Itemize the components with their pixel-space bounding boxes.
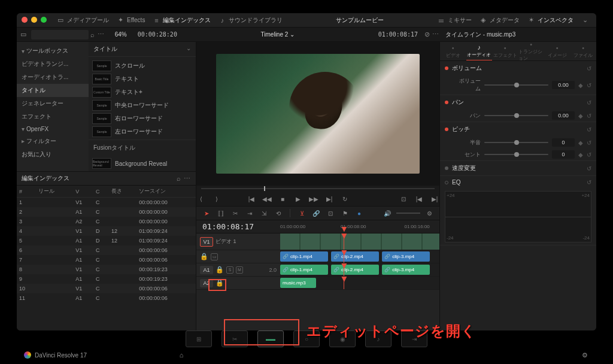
snap-icon[interactable]: ⊻ bbox=[296, 208, 307, 219]
bypass-icon[interactable]: ⊘ bbox=[423, 31, 431, 39]
effects-button[interactable]: ✦Effects bbox=[113, 16, 148, 25]
sidebar-toggle-icon[interactable]: ▭ bbox=[19, 31, 28, 39]
audio-clip[interactable]: 🔗clip-3.mp4 bbox=[382, 265, 430, 275]
project-settings-icon[interactable]: ⚙ bbox=[581, 351, 589, 359]
titles-header[interactable]: タイトル⌄ bbox=[89, 42, 196, 57]
more-icon[interactable]: ⋯ bbox=[431, 31, 439, 39]
timeline-selector[interactable]: Timeline 2 ⌄ bbox=[256, 31, 300, 38]
audio-clip[interactable]: 🔗clip-1.mp4 bbox=[280, 265, 328, 275]
soundlib-button[interactable]: ♪サウンドライブラリ bbox=[214, 16, 286, 25]
toolbox-item[interactable]: タイトル bbox=[17, 84, 89, 97]
track-a2-label[interactable]: A2 bbox=[200, 279, 213, 287]
index-row[interactable]: 9A1C00:00:19:23 bbox=[17, 274, 196, 284]
video-clip[interactable]: 🔗clip-3.mp4 bbox=[382, 251, 430, 262]
marker-icon[interactable]: ● bbox=[354, 208, 365, 219]
title-item[interactable]: Basic Titleテキスト bbox=[91, 72, 193, 86]
insert-icon[interactable]: ⇥ bbox=[244, 208, 255, 219]
viewer-zoom[interactable]: 64% bbox=[109, 31, 133, 38]
search-icon[interactable]: ⌕ bbox=[174, 174, 183, 183]
link-icon[interactable]: 🔗 bbox=[311, 208, 321, 219]
index-col[interactable]: # bbox=[17, 186, 36, 198]
mark-out-icon[interactable]: ⟩ bbox=[213, 195, 221, 203]
semitone-slider[interactable] bbox=[484, 142, 548, 143]
trim-tool-icon[interactable]: ⟦⟧ bbox=[216, 208, 226, 219]
video-clip[interactable]: 🔗clip-2.mp4 bbox=[331, 251, 379, 262]
last-frame-icon[interactable]: ▶| bbox=[325, 195, 333, 203]
overwrite-icon[interactable]: ⇲ bbox=[259, 208, 269, 219]
metadata-button[interactable]: ◈メタデータ bbox=[475, 16, 523, 25]
fusion-title-item[interactable]: Background Reveal Background Reveal bbox=[89, 156, 196, 171]
music-clip[interactable]: music.mp3 bbox=[280, 278, 316, 288]
toolbox-header[interactable]: ツールボックス bbox=[17, 44, 89, 57]
title-item[interactable]: Sample右ローワーサード bbox=[91, 112, 193, 125]
filters-item[interactable]: フィルター bbox=[17, 135, 89, 148]
index-row[interactable]: 8V1C00:00:19:23 bbox=[17, 265, 196, 274]
index-col[interactable]: ソースイン bbox=[136, 186, 196, 198]
inspector-tab[interactable]: •エフェクト bbox=[492, 42, 518, 60]
close-dot[interactable] bbox=[22, 17, 28, 23]
lock-icon[interactable]: ⊡ bbox=[325, 208, 336, 219]
play-icon[interactable]: ▶ bbox=[294, 195, 302, 203]
index-col[interactable]: リール bbox=[36, 186, 73, 198]
index-row[interactable]: 5A1D1201:00:09:24 bbox=[17, 236, 196, 245]
mark-in-icon[interactable]: ⟨ bbox=[197, 195, 205, 203]
solo-button[interactable]: S bbox=[226, 266, 233, 274]
index-col[interactable]: C bbox=[93, 186, 109, 198]
openfx-header[interactable]: OpenFX bbox=[17, 123, 89, 135]
replace-icon[interactable]: ⟲ bbox=[273, 208, 284, 219]
pan-slider[interactable] bbox=[484, 115, 548, 116]
inspector-tab[interactable]: ♪オーディオ bbox=[466, 42, 493, 60]
favorites-header[interactable]: お気に入り bbox=[17, 148, 89, 161]
video-clip[interactable]: 🔗clip-1.mp4 bbox=[280, 251, 328, 262]
edit-index-table[interactable]: #リールVC長さソースイン1V1C00:00:00:002A1C00:00:00… bbox=[17, 186, 196, 330]
reset-icon[interactable]: ↺ bbox=[587, 65, 591, 72]
edit-page-icon[interactable]: ▬▬ bbox=[257, 330, 284, 347]
options-icon[interactable]: ⋯ bbox=[97, 31, 105, 39]
index-row[interactable]: 3A2C00:00:00:00 bbox=[17, 217, 196, 226]
index-row[interactable]: 11A1C00:00:00:06 bbox=[17, 293, 196, 303]
mediapool-button[interactable]: ▭メディアプール bbox=[53, 16, 113, 25]
loop-icon[interactable]: ↻ bbox=[341, 195, 349, 203]
pan-header[interactable]: パン↺ bbox=[440, 95, 596, 110]
home-icon[interactable]: ⌂ bbox=[177, 351, 186, 359]
index-row[interactable]: 7A1C00:00:00:06 bbox=[17, 255, 196, 265]
next-edit-icon[interactable]: ▶| bbox=[430, 195, 439, 203]
title-item[interactable]: Sampleスクロール bbox=[91, 59, 193, 72]
audio-clip[interactable]: 🔗clip-2.mp4 bbox=[331, 265, 379, 275]
lock-icon[interactable]: 🔒 bbox=[216, 266, 224, 274]
more-icon[interactable]: ⋯ bbox=[183, 174, 191, 183]
arrow-tool-icon[interactable]: ➤ bbox=[201, 208, 212, 219]
eq-graph[interactable]: +24 -24 +24 -24 bbox=[445, 191, 591, 242]
cut-page-icon[interactable]: ✂ bbox=[221, 330, 248, 347]
title-item[interactable]: Custom Titleテキスト+ bbox=[91, 86, 193, 99]
title-item[interactable]: Sample中央ローワーサード bbox=[91, 99, 193, 112]
index-row[interactable]: 1V1C00:00:00:00 bbox=[17, 198, 196, 208]
inspector-tab[interactable]: •イメージ bbox=[544, 42, 570, 60]
cent-slider[interactable] bbox=[484, 154, 548, 155]
edit-index-button[interactable]: ≡編集インデックス bbox=[148, 16, 214, 25]
index-row[interactable]: 6V1C00:00:00:06 bbox=[17, 245, 196, 255]
volume-value[interactable]: 0.00 bbox=[552, 81, 575, 89]
search-box[interactable]: ⌕⋯ bbox=[28, 30, 109, 40]
index-col[interactable]: V bbox=[73, 186, 93, 198]
disable-video-icon[interactable]: ▭ bbox=[211, 253, 218, 260]
pitch-header[interactable]: ピッチ↺ bbox=[440, 122, 596, 136]
mixer-button[interactable]: ⚌ミキサー bbox=[433, 16, 475, 25]
timeline-options-icon[interactable]: ⚙ bbox=[424, 208, 435, 219]
track-a1-label[interactable]: A1 bbox=[200, 266, 213, 274]
match-icon[interactable]: ⊡ bbox=[399, 195, 408, 203]
keyframe-icon[interactable]: ◆ bbox=[578, 82, 583, 89]
track-v1-label[interactable]: V1 bbox=[200, 237, 213, 247]
inspector-tab[interactable]: •ビデオ bbox=[440, 42, 466, 60]
toolbox-item[interactable]: オーディオトラ... bbox=[17, 71, 89, 84]
expand-button[interactable]: ⌄ bbox=[577, 16, 593, 25]
index-col[interactable]: 長さ bbox=[109, 186, 136, 198]
first-frame-icon[interactable]: |◀ bbox=[247, 195, 256, 203]
index-row[interactable]: 2A1C00:00:00:00 bbox=[17, 207, 196, 217]
media-page-icon[interactable]: ⊞ bbox=[186, 330, 212, 347]
fusion-titles-header[interactable]: Fusionタイトル bbox=[89, 139, 196, 156]
volume-slider[interactable] bbox=[484, 84, 548, 86]
inspector-tab[interactable]: •ファイル bbox=[570, 42, 597, 60]
toolbox-item[interactable]: ジェネレーター bbox=[17, 97, 89, 110]
lock-icon[interactable]: 🔒 bbox=[200, 253, 208, 261]
